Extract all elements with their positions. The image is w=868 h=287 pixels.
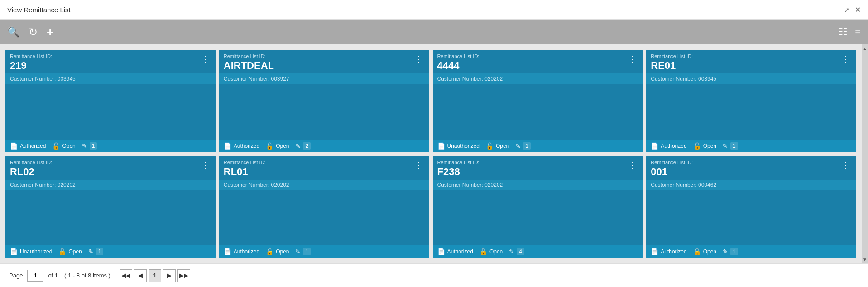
scrollbar[interactable]: ▲ ▼: [862, 44, 868, 263]
card-edit[interactable]: ✎ 1: [723, 248, 738, 255]
card-edit[interactable]: ✎ 1: [88, 248, 104, 255]
edit-count: 1: [90, 142, 97, 150]
card-menu-button[interactable]: ⋮: [626, 54, 638, 65]
lock-text: Open: [489, 248, 503, 255]
customer-label: Customer Number:: [437, 76, 483, 82]
grid-view-icon[interactable]: ☷: [839, 26, 848, 38]
edit-icon: ✎: [723, 248, 728, 255]
card-id-label: Remittance List ID:: [224, 160, 266, 165]
scrollbar-track[interactable]: [862, 52, 868, 256]
card-item: Remittance List ID: 4444 ⋮ Customer Numb…: [433, 50, 643, 152]
card-menu-button[interactable]: ⋮: [199, 160, 211, 171]
first-page-button[interactable]: ◀◀: [120, 269, 132, 282]
card-status[interactable]: 📄 Authorized: [651, 142, 686, 150]
card-status[interactable]: 📄 Unauthorized: [437, 142, 480, 150]
card-header-content: Remittance List ID: AIRTDEAL: [224, 54, 274, 72]
customer-label: Customer Number:: [224, 182, 269, 188]
card-lock[interactable]: 🔓 Open: [266, 142, 289, 150]
close-icon[interactable]: ✕: [855, 5, 861, 14]
customer-value: 020202: [271, 182, 289, 188]
card-customer: Customer Number: 003927: [219, 73, 429, 84]
card-lock[interactable]: 🔓 Open: [266, 248, 289, 255]
page-input[interactable]: [27, 270, 43, 282]
current-page-button[interactable]: 1: [149, 269, 161, 282]
card-lock[interactable]: 🔓 Open: [486, 142, 509, 150]
search-icon[interactable]: 🔍: [7, 26, 19, 38]
card-edit[interactable]: ✎ 2: [295, 142, 311, 150]
title-bar-actions: ⤢ ✕: [844, 5, 861, 14]
card-status[interactable]: 📄 Authorized: [10, 142, 46, 150]
card-status[interactable]: 📄 Authorized: [651, 248, 686, 255]
card-lock[interactable]: 🔓 Open: [52, 142, 75, 150]
status-text: Authorized: [20, 143, 46, 149]
card-id-value: 4444: [437, 60, 480, 72]
customer-label: Customer Number:: [437, 182, 483, 188]
expand-icon[interactable]: ⤢: [844, 6, 849, 14]
main-area: Remittance List ID: 219 ⋮ Customer Numbe…: [0, 44, 868, 263]
card-status[interactable]: 📄 Authorized: [224, 248, 259, 255]
card-lock[interactable]: 🔓 Open: [58, 248, 82, 255]
last-page-button[interactable]: ▶▶: [177, 269, 190, 282]
edit-icon: ✎: [295, 248, 301, 255]
card-menu-button[interactable]: ⋮: [840, 160, 852, 171]
refresh-icon[interactable]: ↻: [29, 26, 38, 39]
edit-icon: ✎: [515, 142, 521, 150]
lock-icon: 🔓: [266, 142, 273, 150]
card-menu-button[interactable]: ⋮: [626, 160, 638, 171]
status-text: Authorized: [661, 248, 686, 255]
card-customer: Customer Number: 020202: [433, 73, 643, 84]
lock-icon: 🔓: [480, 248, 487, 255]
edit-icon: ✎: [295, 142, 301, 150]
customer-value: 003927: [271, 76, 289, 82]
status-icon: 📄: [437, 248, 445, 255]
title-bar: View Remittance List ⤢ ✕: [0, 0, 868, 20]
card-id-value: F238: [437, 166, 480, 178]
lock-icon: 🔓: [266, 248, 273, 255]
scroll-up-arrow[interactable]: ▲: [862, 45, 868, 52]
customer-label: Customer Number:: [651, 182, 696, 188]
card-lock[interactable]: 🔓 Open: [693, 248, 716, 255]
card-id-value: RE01: [651, 60, 693, 72]
card-edit[interactable]: ✎ 1: [723, 142, 738, 150]
card-lock[interactable]: 🔓 Open: [693, 142, 716, 150]
card-menu-button[interactable]: ⋮: [199, 54, 211, 65]
card-customer: Customer Number: 000462: [646, 180, 856, 190]
card-edit[interactable]: ✎ 1: [515, 142, 531, 150]
lock-text: Open: [276, 248, 289, 255]
lock-text: Open: [703, 143, 716, 149]
card-id-label: Remittance List ID:: [651, 160, 693, 165]
edit-icon: ✎: [509, 248, 514, 255]
page-info: ( 1 - 8 of 8 items ): [64, 272, 110, 279]
lock-text: Open: [68, 248, 82, 255]
card-status[interactable]: 📄 Authorized: [224, 142, 259, 150]
toolbar: 🔍 ↻ + ☷ ≡: [0, 20, 868, 44]
edit-icon: ✎: [88, 248, 94, 255]
prev-page-button[interactable]: ◀: [134, 269, 147, 282]
card-menu-button[interactable]: ⋮: [840, 54, 852, 65]
card-menu-button[interactable]: ⋮: [413, 160, 425, 171]
card-edit[interactable]: ✎ 4: [509, 248, 524, 255]
customer-label: Customer Number:: [10, 182, 56, 188]
add-icon[interactable]: +: [47, 25, 53, 39]
card-lock[interactable]: 🔓 Open: [480, 248, 503, 255]
card-customer: Customer Number: 020202: [433, 180, 643, 190]
status-icon: 📄: [10, 248, 18, 255]
card-status[interactable]: 📄 Authorized: [437, 248, 473, 255]
card-edit[interactable]: ✎ 1: [295, 248, 311, 255]
scroll-down-arrow[interactable]: ▼: [862, 256, 868, 263]
status-icon: 📄: [651, 248, 658, 255]
customer-value: 020202: [484, 76, 503, 82]
card-status[interactable]: 📄 Unauthorized: [10, 248, 52, 255]
menu-icon[interactable]: ≡: [855, 26, 861, 38]
status-icon: 📄: [651, 142, 658, 150]
edit-count: 1: [523, 142, 531, 150]
card-footer: 📄 Unauthorized 🔓 Open ✎ 1: [5, 245, 216, 258]
card-header-content: Remittance List ID: RE01: [651, 54, 693, 72]
card-edit[interactable]: ✎ 1: [82, 142, 97, 150]
edit-icon: ✎: [723, 142, 728, 150]
status-text: Unauthorized: [20, 248, 52, 255]
card-menu-button[interactable]: ⋮: [413, 54, 425, 65]
card-customer: Customer Number: 020202: [5, 180, 216, 190]
status-text: Authorized: [234, 143, 259, 149]
next-page-button[interactable]: ▶: [163, 269, 176, 282]
